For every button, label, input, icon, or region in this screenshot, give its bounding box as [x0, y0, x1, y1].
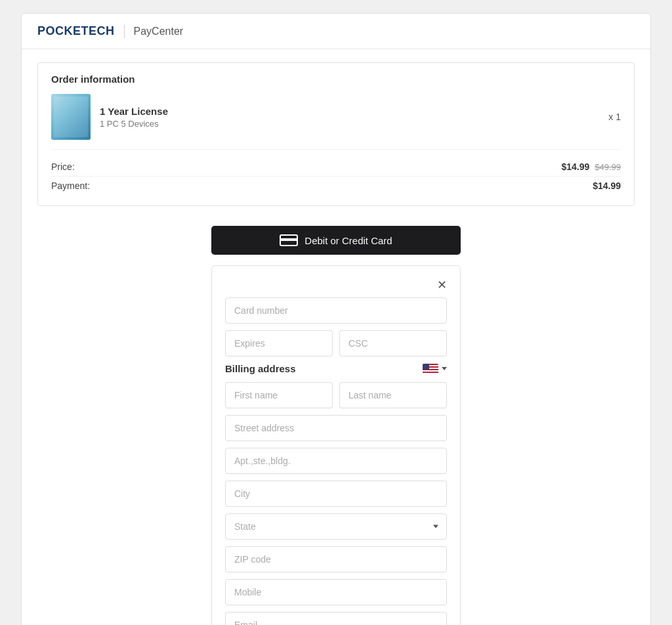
zip-input[interactable]	[225, 546, 447, 572]
product-row: 1 Year License 1 PC 5 Devices x 1	[51, 94, 621, 150]
billing-address-title: Billing address	[225, 363, 296, 374]
page-wrapper: POCKETECH PayCenter Order information 1 …	[21, 13, 651, 625]
price-label: Price:	[51, 162, 75, 172]
payment-amount: $14.99	[593, 181, 621, 191]
country-selector[interactable]	[423, 364, 447, 374]
payment-label: Payment:	[51, 181, 90, 191]
card-form-panel: ✕ Billing address	[211, 265, 461, 625]
state-field-wrapper: State	[225, 513, 447, 540]
expires-csc-row	[225, 330, 447, 363]
price-original: $49.99	[595, 162, 621, 172]
price-row: Price: $14.99 $49.99	[51, 158, 621, 177]
card-icon	[280, 234, 298, 246]
close-button[interactable]: ✕	[437, 279, 447, 291]
card-number-input[interactable]	[225, 297, 447, 324]
product-info: 1 Year License 1 PC 5 Devices	[100, 106, 168, 129]
price-current: $14.99	[561, 162, 589, 172]
payment-form-wrapper: Debit or Credit Card ✕	[37, 219, 635, 625]
debit-credit-button[interactable]: Debit or Credit Card	[211, 226, 461, 255]
last-name-input[interactable]	[339, 382, 447, 408]
order-section-title: Order information	[51, 74, 621, 85]
header-subtitle: PayCenter	[134, 26, 184, 37]
main-content: Order information 1 Year License 1 PC 5 …	[22, 49, 650, 625]
product-image	[51, 94, 91, 140]
city-input[interactable]	[225, 481, 447, 507]
header: POCKETECH PayCenter	[22, 14, 650, 49]
street-address-input[interactable]	[225, 415, 447, 441]
product-name: 1 Year License	[100, 106, 168, 117]
brand-logo: POCKETECH	[37, 24, 115, 38]
state-select[interactable]: State	[225, 513, 447, 540]
product-description: 1 PC 5 Devices	[100, 119, 168, 129]
order-section: Order information 1 Year License 1 PC 5 …	[37, 62, 635, 206]
name-row	[225, 382, 447, 415]
price-values: $14.99 $49.99	[561, 162, 621, 172]
us-flag-icon	[423, 364, 438, 374]
payment-row: Payment: $14.99	[51, 177, 621, 195]
product-quantity: x 1	[608, 112, 621, 122]
close-row: ✕	[225, 279, 447, 291]
chevron-down-icon	[442, 367, 447, 370]
email-input[interactable]	[225, 612, 447, 625]
header-divider	[124, 25, 125, 38]
price-rows: Price: $14.99 $49.99 Payment: $14.99	[51, 158, 621, 195]
mobile-input[interactable]	[225, 579, 447, 605]
product-left: 1 Year License 1 PC 5 Devices	[51, 94, 168, 140]
billing-header: Billing address	[225, 363, 447, 374]
product-image-inner	[54, 97, 88, 137]
csc-input[interactable]	[339, 330, 447, 356]
apt-input[interactable]	[225, 448, 447, 474]
first-name-input[interactable]	[225, 382, 333, 408]
close-icon: ✕	[437, 278, 447, 291]
expires-input[interactable]	[225, 330, 333, 356]
debit-credit-label: Debit or Credit Card	[304, 235, 392, 246]
